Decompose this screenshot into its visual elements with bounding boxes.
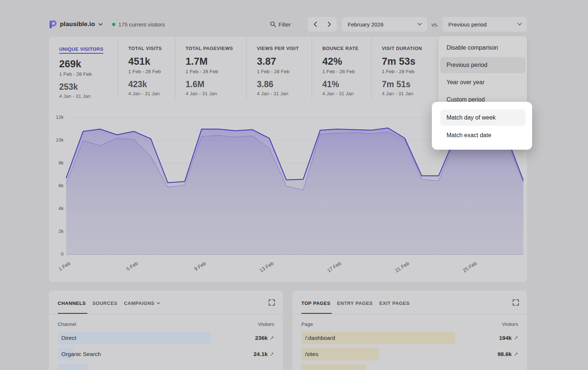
chevron-left-icon[interactable]: [313, 22, 317, 27]
tab-sources[interactable]: SOURCES: [92, 300, 117, 306]
site-selector[interactable]: plausible.io: [49, 17, 103, 32]
row-value: 194k: [499, 335, 512, 341]
divider: [49, 314, 283, 314]
stat-label: VISIT DURATION: [382, 46, 437, 51]
table-row[interactable]: Direct 236k↗: [58, 332, 274, 344]
chevron-down-icon: [417, 23, 422, 26]
stat-period: 1 Feb - 28 Feb: [59, 71, 118, 77]
filter-label: Filter: [279, 21, 291, 28]
live-dot-icon: [112, 23, 115, 26]
trend-up-icon: ↗: [513, 335, 518, 341]
y-tick-label: 2k: [49, 228, 64, 234]
comparison-selector[interactable]: Previous period: [442, 17, 527, 32]
pages-panel: TOP PAGES ENTRY PAGES EXIT PAGES Page Vi…: [293, 291, 527, 370]
table-row-partial: [58, 364, 274, 370]
row-bar: [58, 364, 88, 370]
row-bar: [301, 364, 366, 370]
stat-period: 1 Feb - 28 Feb: [322, 69, 371, 74]
x-tick-label: 25 Feb: [455, 260, 478, 278]
tab-campaigns[interactable]: CAMPAIGNS: [124, 300, 160, 306]
filter-button[interactable]: Filter: [270, 17, 291, 32]
plausible-logo-icon: [49, 20, 57, 29]
stat-period: 1 Feb - 28 Feb: [257, 69, 312, 74]
stat-label: BOUNCE RATE: [322, 46, 371, 51]
stat-prev-period: 4 Jan - 31 Jan: [186, 91, 246, 96]
x-tick-label: 5 Feb: [116, 260, 139, 278]
column-header-channel: Channel: [58, 321, 76, 327]
menu-item-year-over-year[interactable]: Year over year: [440, 74, 526, 90]
stat-prev-period: 4 Jan - 31 Jan: [128, 91, 175, 96]
stat-bounce-rate[interactable]: BOUNCE RATE 42% 1 Feb - 28 Feb 41% 4 Jan…: [312, 37, 371, 99]
stat-views-per-visit[interactable]: VIEWS PER VISIT 3.87 1 Feb - 28 Feb 3.86…: [246, 37, 312, 99]
column-header-visitors: Visitors: [258, 321, 274, 327]
menu-item-disable-comparison[interactable]: Disable comparison: [440, 40, 526, 56]
row-label[interactable]: Organic Search: [61, 351, 101, 357]
top-bar: plausible.io 175 current visitors Filter…: [49, 17, 527, 32]
table-row[interactable]: /:dashboard 194k↗: [301, 332, 518, 344]
menu-item-match-exact-date[interactable]: Match exact date: [440, 127, 526, 143]
date-range-selector[interactable]: February 2026: [342, 17, 427, 32]
chevron-down-icon: [98, 23, 103, 26]
current-visitors-label: 175 current visitors: [118, 21, 165, 28]
site-name: plausible.io: [60, 21, 95, 28]
trend-up-icon: ↗: [513, 351, 518, 357]
row-label[interactable]: /sites: [305, 351, 318, 357]
current-visitors[interactable]: 175 current visitors: [112, 17, 165, 32]
spotlight-popup: Match day of week Match exact date: [432, 102, 532, 150]
trend-up-icon: ↗: [269, 351, 274, 357]
x-tick-label: 1 Feb: [49, 260, 71, 278]
row-value: 24.1k: [254, 351, 268, 357]
stat-label: UNIQUE VISITORS: [59, 46, 103, 54]
y-tick-label: 12k: [49, 114, 64, 120]
x-tick-label: 17 Feb: [320, 260, 343, 278]
stat-period: 1 Feb - 28 Feb: [186, 69, 246, 74]
menu-item-previous-period[interactable]: Previous period: [440, 57, 526, 73]
x-tick-label: 9 Feb: [184, 260, 207, 278]
stat-value: 3.87: [257, 56, 312, 67]
row-value: 236k: [255, 335, 268, 341]
row-label[interactable]: Direct: [61, 335, 76, 341]
y-tick-label: 4k: [49, 206, 64, 211]
stat-total-pageviews[interactable]: TOTAL PAGEVIEWS 1.7M 1 Feb - 28 Feb 1.6M…: [175, 37, 246, 99]
stat-value: 42%: [322, 56, 371, 67]
stat-unique-visitors[interactable]: UNIQUE VISITORS 269k 1 Feb - 28 Feb 253k…: [49, 37, 118, 99]
expand-icon[interactable]: [513, 299, 519, 306]
stat-label: TOTAL VISITS: [128, 46, 175, 51]
y-tick-label: 6k: [49, 183, 64, 188]
tab-top-pages[interactable]: TOP PAGES: [301, 300, 330, 306]
stat-value: 269k: [59, 58, 118, 70]
table-row[interactable]: /sites 98.6k↗: [301, 348, 518, 360]
stat-value: 451k: [128, 56, 175, 67]
column-header-page: Page: [301, 321, 313, 327]
column-header-visitors: Visitors: [502, 321, 518, 327]
stat-prev-period: 4 Jan - 31 Jan: [257, 91, 312, 96]
stat-label: VIEWS PER VISIT: [257, 46, 312, 51]
row-label[interactable]: /:dashboard: [305, 335, 335, 341]
stat-total-visits[interactable]: TOTAL VISITS 451k 1 Feb - 28 Feb 423k 4 …: [118, 37, 175, 99]
date-range-label: February 2026: [348, 21, 384, 28]
stat-prev-value: 1.6M: [186, 79, 246, 89]
stat-prev-value: 253k: [59, 82, 118, 92]
stat-prev-value: 423k: [128, 79, 175, 89]
row-bar: [58, 332, 211, 344]
y-tick-label: 0: [49, 251, 64, 257]
channels-panel: CHANNELS SOURCES CAMPAIGNS Channel Visit…: [49, 291, 283, 370]
stat-visit-duration[interactable]: VISIT DURATION 7m 53s 1 Feb - 28 Feb 7m …: [371, 37, 437, 99]
chevron-down-icon: [517, 23, 522, 26]
tab-exit-pages[interactable]: EXIT PAGES: [379, 300, 409, 306]
channels-tabs: CHANNELS SOURCES CAMPAIGNS: [58, 300, 160, 306]
menu-item-match-day-of-week[interactable]: Match day of week: [440, 110, 526, 126]
table-row[interactable]: Organic Search 24.1k↗: [58, 348, 274, 360]
vs-label: vs.: [431, 17, 438, 32]
tab-campaigns-label: CAMPAIGNS: [124, 300, 154, 306]
pages-tabs: TOP PAGES ENTRY PAGES EXIT PAGES: [301, 300, 410, 306]
trend-up-icon: ↗: [269, 335, 274, 341]
y-tick-label: 10k: [49, 137, 64, 143]
stat-value: 7m 53s: [382, 56, 437, 67]
chevron-right-icon[interactable]: [328, 22, 331, 27]
date-nav: [308, 17, 337, 32]
tab-entry-pages[interactable]: ENTRY PAGES: [337, 300, 373, 306]
stat-prev-period: 4 Jan - 31 Jan: [382, 91, 437, 96]
expand-icon[interactable]: [269, 299, 275, 306]
tab-channels[interactable]: CHANNELS: [58, 300, 86, 306]
